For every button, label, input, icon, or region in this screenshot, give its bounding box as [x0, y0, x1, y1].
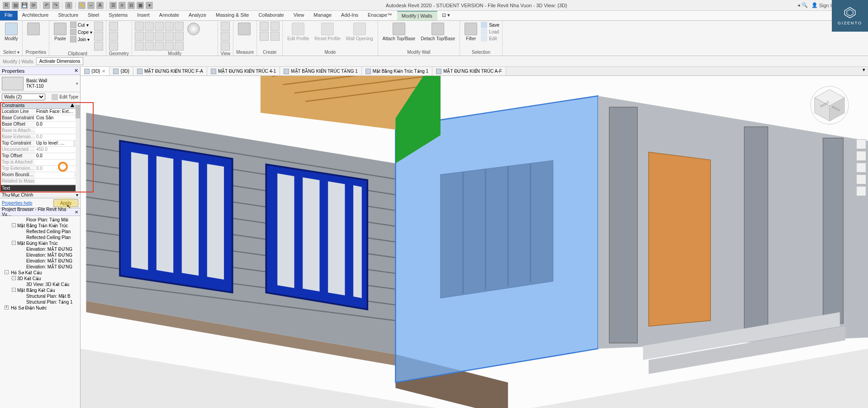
- save-selection[interactable]: Save: [481, 22, 499, 28]
- load-selection[interactable]: Load: [481, 28, 499, 35]
- tree-node[interactable]: Mặt Bằng Kết Cấu-: [0, 287, 80, 293]
- expand-icon[interactable]: -: [12, 241, 16, 245]
- view-tab[interactable]: MẶT ĐỨNG KIẾN TRÚC A-F: [432, 67, 506, 75]
- apply-button[interactable]: Apply↖: [53, 199, 78, 207]
- tree-node[interactable]: Elevation: MẶT ĐỨNG: [0, 264, 80, 270]
- close-icon[interactable]: ✕: [74, 68, 78, 74]
- create2-icon[interactable]: [260, 32, 269, 41]
- tree-node[interactable]: Reflected Ceiling Plan: [0, 229, 80, 234]
- tab-collaborate[interactable]: Collaborate: [254, 11, 289, 20]
- type-selector[interactable]: Basic WallTKT-110 ▾: [0, 75, 80, 92]
- view-tab[interactable]: {3D}: [109, 67, 133, 75]
- geom2-icon[interactable]: [109, 32, 118, 41]
- rotate-icon[interactable]: [135, 32, 144, 41]
- close-icon[interactable]: ✕: [102, 69, 105, 74]
- property-row[interactable]: Base ConstraintCos Sân: [0, 115, 80, 122]
- property-row[interactable]: Top ConstraintUp to level: …▾: [0, 141, 80, 147]
- pan-icon[interactable]: [856, 151, 866, 161]
- instance-selector[interactable]: Walls (2): [2, 94, 45, 100]
- tree-node[interactable]: Elevation: MẶT ĐỨNG: [0, 246, 80, 252]
- edit-profile-button[interactable]: Edit Profile: [285, 22, 311, 42]
- match-icon[interactable]: [94, 22, 103, 31]
- tree-node[interactable]: Elevation: MẶT ĐỨNG: [0, 252, 80, 258]
- measure-button[interactable]: [236, 22, 252, 36]
- property-row[interactable]: Top Extension…0.0: [0, 166, 80, 172]
- split-icon[interactable]: [155, 32, 164, 41]
- tree-node[interactable]: Hồ Sơ Kết Cấu-: [0, 270, 80, 276]
- demolish-icon[interactable]: [175, 42, 184, 51]
- expand-icon[interactable]: -: [12, 276, 16, 280]
- group-text[interactable]: Text▴: [0, 185, 80, 192]
- close-icon[interactable]: ✕: [75, 210, 78, 215]
- property-row[interactable]: Base Offset0.0: [0, 122, 80, 128]
- expand-icon[interactable]: +: [5, 305, 9, 310]
- tab-steel[interactable]: Steel: [83, 11, 104, 20]
- properties-button[interactable]: [25, 22, 42, 36]
- view-icon[interactable]: [221, 22, 230, 31]
- tree-node[interactable]: Structural Plan: Tầng 1: [0, 299, 80, 305]
- array-icon[interactable]: [165, 32, 174, 41]
- view2-icon[interactable]: [221, 32, 230, 41]
- open-icon[interactable]: ▤: [12, 2, 19, 9]
- tab-massing[interactable]: Massing & Site: [211, 11, 254, 20]
- expand-icon[interactable]: -: [12, 223, 16, 227]
- create3-icon[interactable]: [270, 22, 280, 31]
- cut-button[interactable]: Cut ▾: [70, 22, 92, 28]
- switch-win-icon[interactable]: ▦: [137, 2, 144, 9]
- tab-view[interactable]: View: [289, 11, 309, 20]
- group-icon[interactable]: [165, 42, 174, 51]
- tree-node[interactable]: 3D View: 3D Kết Cấu: [0, 281, 80, 287]
- wall-opening-button[interactable]: Wall Opening: [344, 22, 375, 42]
- tab-addins[interactable]: Add-Ins: [337, 11, 363, 20]
- tree-node[interactable]: Elevation: MẶT ĐỨNG: [0, 258, 80, 264]
- undo-icon[interactable]: ↶: [43, 2, 50, 9]
- property-row[interactable]: Unconnected …450.0: [0, 147, 80, 153]
- tab-analyze[interactable]: Analyze: [184, 11, 211, 20]
- ribbon-toggle-icon[interactable]: ⊡ ▾: [437, 11, 455, 20]
- tab-modify-walls[interactable]: Modify | Walls: [397, 11, 437, 20]
- property-row[interactable]: Room Boundi…☑: [0, 172, 80, 178]
- tree-node[interactable]: Floor Plan: Tầng Mái: [0, 217, 80, 223]
- text-icon[interactable]: A: [96, 2, 104, 9]
- close-hidden-icon[interactable]: ⊟: [128, 2, 135, 9]
- pin-icon[interactable]: [135, 42, 144, 51]
- tab-structure[interactable]: Structure: [53, 11, 83, 20]
- tree-node[interactable]: Mặt Đứng Kiến Trúc-: [0, 240, 80, 246]
- zoom-icon[interactable]: [856, 163, 866, 173]
- property-row[interactable]: Top Offset0.0: [0, 153, 80, 159]
- view-tab[interactable]: MẶT ĐỨNG KIẾN TRÚC F-A: [133, 67, 207, 75]
- view-tab[interactable]: MẶT BẰNG KIẾN TRÚC TẦNG 1: [280, 67, 362, 75]
- expand-icon[interactable]: -: [12, 288, 16, 292]
- keyword-search[interactable]: ◂ 🔍: [797, 2, 808, 8]
- offset-icon[interactable]: [145, 22, 154, 31]
- view3-icon[interactable]: [221, 42, 230, 51]
- tree-node[interactable]: Structural Plan: Mặt B: [0, 293, 80, 299]
- edit-selection[interactable]: Edit: [481, 35, 499, 42]
- clip2-icon[interactable]: [94, 42, 103, 51]
- tab-annotate[interactable]: Annotate: [155, 11, 184, 20]
- chevron-down-icon[interactable]: ▾: [76, 81, 78, 86]
- create4-icon[interactable]: [270, 32, 280, 41]
- scale-icon[interactable]: [175, 32, 184, 41]
- join-button[interactable]: Join ▾: [70, 36, 92, 42]
- scrollbar[interactable]: [76, 102, 80, 192]
- tabs-overflow-icon[interactable]: ▾: [860, 67, 868, 75]
- tab-enscape[interactable]: Enscape™: [363, 11, 397, 20]
- thin-lines-icon[interactable]: ≡: [119, 2, 126, 9]
- sync-icon[interactable]: ⟳: [30, 2, 37, 9]
- mirror-icon[interactable]: [155, 22, 164, 31]
- delete-icon[interactable]: [155, 42, 164, 51]
- unpin-icon[interactable]: [145, 42, 154, 51]
- dropdown-icon[interactable]: ▾: [146, 2, 153, 9]
- app-icon[interactable]: R: [3, 2, 10, 9]
- property-row[interactable]: Base Extensio…0.0: [0, 134, 80, 141]
- clip-icon[interactable]: [94, 32, 103, 41]
- print-icon[interactable]: ⎙: [65, 2, 72, 9]
- tab-file[interactable]: File: [0, 11, 18, 20]
- view-tab[interactable]: Mặt Bằng Kiến Trúc Tầng 1: [362, 67, 432, 75]
- property-row[interactable]: Base is Attach…: [0, 128, 80, 134]
- copy-button[interactable]: Cope ▾: [70, 29, 92, 35]
- activate-dimensions-button[interactable]: Activate Dimensions: [36, 57, 84, 65]
- property-row[interactable]: Related to Mass: [0, 178, 80, 185]
- filter-row[interactable]: Thư Mục Chính ▾: [0, 192, 80, 198]
